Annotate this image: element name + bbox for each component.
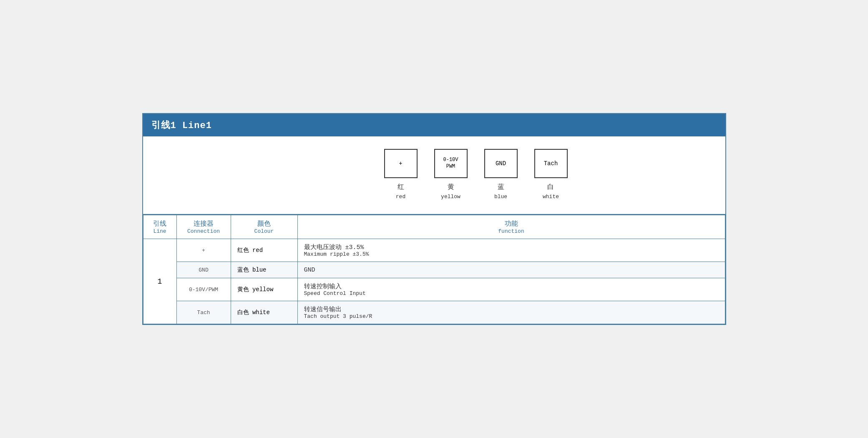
connector-gnd: GND 蓝 blue xyxy=(484,149,518,201)
function-zh-plus: 最大电压波动 ±3.5% xyxy=(304,243,719,251)
function-zh-tach: 转速信号输出 xyxy=(304,305,719,313)
cell-connection-pwm: 0-10V/PWM xyxy=(176,278,231,301)
cell-colour-tach: 白色 white xyxy=(231,301,297,324)
connector-zh-pwm: 黄 xyxy=(448,182,454,193)
connector-en-gnd: blue xyxy=(494,193,507,201)
connector-label-pwm: 黄 yellow xyxy=(441,182,460,201)
table-row: 1 + 红色 red 最大电压波动 ±3.5% Maximum ripple ±… xyxy=(143,239,725,262)
connector-zh-gnd: 蓝 xyxy=(498,182,504,193)
th-connection-en: Connection xyxy=(183,228,224,234)
cell-colour-gnd: 蓝色 blue xyxy=(231,262,297,278)
function-en-tach: Tach output 3 pulse/R xyxy=(304,313,719,320)
function-zh-gnd: GND xyxy=(304,267,719,274)
table-row: GND 蓝色 blue GND xyxy=(143,262,725,278)
table-row: Tach 白色 white 转速信号输出 Tach output 3 pulse… xyxy=(143,301,725,324)
connector-box-tach: Tach xyxy=(534,149,568,178)
cell-function-gnd: GND xyxy=(297,262,725,278)
cell-colour-pwm: 黄色 yellow xyxy=(231,278,297,301)
function-en-pwm: Speed Control Input xyxy=(304,290,719,297)
cell-connection-gnd: GND xyxy=(176,262,231,278)
section-header: 引线1 Line1 xyxy=(143,114,725,136)
connector-zh-tach: 白 xyxy=(547,182,554,193)
th-function: 功能 function xyxy=(297,215,725,239)
connector-en-tach: white xyxy=(543,193,559,201)
connector-en-pwm: yellow xyxy=(441,193,460,201)
cell-colour-plus: 红色 red xyxy=(231,239,297,262)
connector-label-gnd: 蓝 blue xyxy=(494,182,507,201)
th-function-zh: 功能 xyxy=(304,219,719,228)
header-title: 引线1 Line1 xyxy=(151,121,212,131)
cell-function-tach: 转速信号输出 Tach output 3 pulse/R xyxy=(297,301,725,324)
cell-line-1: 1 xyxy=(143,239,176,324)
connector-en-plus: red xyxy=(396,193,405,201)
th-colour-en: Colour xyxy=(237,228,291,234)
wiring-table: 引线 Line 连接器 Connection 颜色 Colour 功能 func… xyxy=(143,215,725,324)
connector-label-tach: 白 white xyxy=(543,182,559,201)
function-zh-pwm: 转速控制输入 xyxy=(304,282,719,290)
table-row: 0-10V/PWM 黄色 yellow 转速控制输入 Speed Control… xyxy=(143,278,725,301)
main-container: 引线1 Line1 + 红 red 0-10VPWM 黄 yellow GND xyxy=(142,113,726,325)
connector-plus: + 红 red xyxy=(384,149,418,201)
cell-connection-plus: + xyxy=(176,239,231,262)
connector-box-gnd: GND xyxy=(484,149,518,178)
th-line-zh: 引线 xyxy=(150,219,170,228)
th-line-en: Line xyxy=(150,228,170,234)
connectors-diagram: + 红 red 0-10VPWM 黄 yellow GND 蓝 blue xyxy=(384,149,568,201)
th-line: 引线 Line xyxy=(143,215,176,239)
th-connection-zh: 连接器 xyxy=(183,219,224,228)
connector-tach: Tach 白 white xyxy=(534,149,568,201)
connector-zh-plus: 红 xyxy=(398,182,404,193)
connector-label-plus: 红 red xyxy=(396,182,405,201)
table-header-row: 引线 Line 连接器 Connection 颜色 Colour 功能 func… xyxy=(143,215,725,239)
diagram-section: + 红 red 0-10VPWM 黄 yellow GND 蓝 blue xyxy=(143,136,725,215)
function-en-plus: Maximum ripple ±3.5% xyxy=(304,251,719,257)
table-section: 引线 Line 连接器 Connection 颜色 Colour 功能 func… xyxy=(143,215,725,324)
th-colour: 颜色 Colour xyxy=(231,215,297,239)
cell-function-plus: 最大电压波动 ±3.5% Maximum ripple ±3.5% xyxy=(297,239,725,262)
th-colour-zh: 颜色 xyxy=(237,219,291,228)
connector-box-pwm: 0-10VPWM xyxy=(434,149,468,178)
th-function-en: function xyxy=(304,228,719,234)
cell-connection-tach: Tach xyxy=(176,301,231,324)
connector-box-plus: + xyxy=(384,149,418,178)
connector-pwm: 0-10VPWM 黄 yellow xyxy=(434,149,468,201)
th-connection: 连接器 Connection xyxy=(176,215,231,239)
cell-function-pwm: 转速控制输入 Speed Control Input xyxy=(297,278,725,301)
